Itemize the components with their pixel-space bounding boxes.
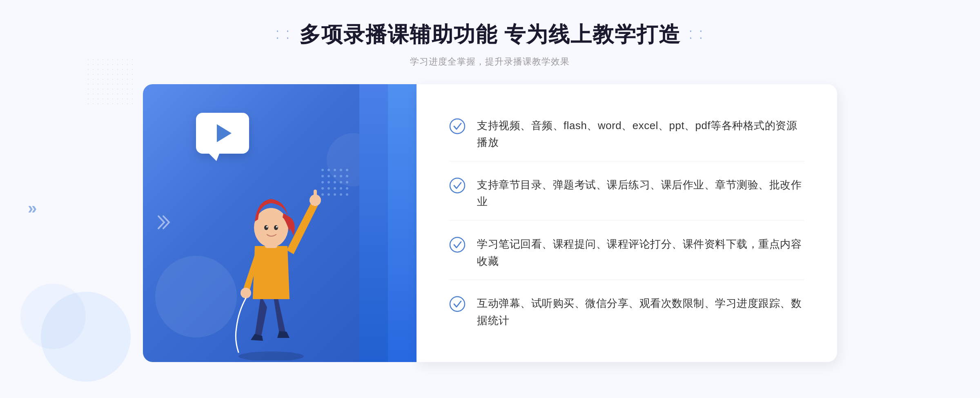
svg-point-14	[346, 181, 348, 183]
feature-text-1: 支持视频、音频、flash、word、excel、ppt、pdf等各种格式的资源…	[477, 117, 804, 151]
svg-point-19	[346, 187, 348, 190]
header-deco-left: ⁚ ⁚	[276, 28, 291, 42]
check-icon-1	[449, 118, 466, 134]
svg-point-31	[264, 225, 268, 230]
svg-point-32	[274, 225, 278, 230]
page-subtitle: 学习进度全掌握，提升录播课教学效果	[276, 56, 704, 68]
svg-point-4	[346, 169, 348, 171]
svg-point-23	[340, 193, 342, 196]
stripe-decoration	[359, 84, 388, 362]
svg-point-24	[346, 193, 348, 196]
deco-circle-medium	[20, 284, 86, 349]
page-container: » ⁚ ⁚ 多项录播课辅助功能 专为线上教学打造 ⁚ ⁚ 学习进度全掌握，提升录…	[0, 0, 980, 398]
svg-point-35	[450, 119, 465, 134]
svg-point-7	[334, 175, 336, 177]
svg-point-18	[340, 187, 342, 190]
svg-point-13	[340, 181, 342, 183]
page-title: 多项录播课辅助功能 专为线上教学打造	[299, 20, 681, 49]
svg-point-34	[276, 226, 278, 228]
svg-point-9	[346, 175, 348, 177]
header-section: ⁚ ⁚ 多项录播课辅助功能 专为线上教学打造 ⁚ ⁚ 学习进度全掌握，提升录播课…	[276, 20, 704, 68]
feature-text-3: 学习笔记回看、课程提问、课程评论打分、课件资料下载，重点内容收藏	[477, 236, 804, 270]
feature-text-4: 互动弹幕、试听购买、微信分享、观看次数限制、学习进度跟踪、数据统计	[477, 295, 804, 329]
feature-item-2: 支持章节目录、弹题考试、课后练习、课后作业、章节测验、批改作业	[449, 167, 804, 221]
svg-point-33	[266, 226, 268, 228]
svg-point-2	[334, 169, 336, 171]
play-triangle-icon	[217, 124, 232, 142]
check-icon-4	[449, 296, 466, 312]
check-icon-2	[449, 177, 466, 194]
svg-point-30	[254, 208, 288, 247]
blue-separator-bar	[388, 84, 416, 362]
svg-rect-27	[314, 190, 317, 201]
header-deco-right: ⁚ ⁚	[689, 28, 704, 42]
svg-point-22	[334, 193, 336, 196]
feature-item-4: 互动弹幕、试听购买、微信分享、观看次数限制、学习进度跟踪、数据统计	[449, 285, 804, 339]
svg-point-28	[241, 288, 251, 298]
left-chevron-decoration: »	[28, 199, 37, 217]
chevron-right-icon	[155, 212, 176, 234]
dot-pattern-topleft	[86, 57, 135, 106]
main-content: 支持视频、音频、flash、word、excel、ppt、pdf等各种格式的资源…	[143, 84, 837, 362]
human-figure-illustration	[214, 164, 328, 362]
play-bubble	[196, 113, 249, 154]
svg-point-36	[450, 178, 465, 193]
illustration-panel	[143, 84, 388, 362]
svg-point-12	[334, 181, 336, 183]
svg-point-38	[450, 297, 465, 311]
svg-point-17	[334, 187, 336, 190]
check-icon-3	[449, 237, 466, 253]
svg-point-3	[340, 169, 342, 171]
feature-text-2: 支持章节目录、弹题考试、课后练习、课后作业、章节测验、批改作业	[477, 177, 804, 210]
svg-point-25	[238, 351, 304, 360]
feature-item-1: 支持视频、音频、flash、word、excel、ppt、pdf等各种格式的资源…	[449, 107, 804, 161]
feature-item-3: 学习笔记回看、课程提问、课程评论打分、课件资料下载，重点内容收藏	[449, 226, 804, 280]
svg-point-37	[450, 237, 465, 252]
content-panel: 支持视频、音频、flash、word、excel、ppt、pdf等各种格式的资源…	[416, 84, 837, 362]
header-title-row: ⁚ ⁚ 多项录播课辅助功能 专为线上教学打造 ⁚ ⁚	[276, 20, 704, 49]
svg-point-8	[340, 175, 342, 177]
